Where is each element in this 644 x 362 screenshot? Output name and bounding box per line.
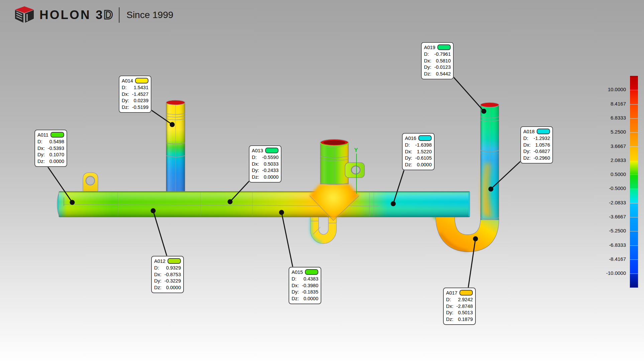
annotation-A012[interactable]: A012D:0.9329Dx:-0.8753Dy:-0.3229Dz:0.000… — [151, 256, 184, 293]
metric-value: -1.6398 — [415, 142, 432, 149]
annotation-metric-row: Dz:-0.5199 — [122, 104, 148, 111]
metric-value: 0.9329 — [166, 265, 181, 272]
metric-label: Dz: — [446, 316, 453, 323]
metric-value: 0.0000 — [166, 285, 181, 291]
metric-label: Dy: — [122, 98, 129, 104]
annotation-id: A014 — [122, 78, 133, 83]
logo-divider — [119, 7, 120, 23]
annotation-id: A012 — [154, 258, 166, 264]
annotation-A014[interactable]: A014D:1.5431Dx:-1.4527Dy:0.0239Dz:-0.519… — [119, 75, 151, 113]
brand-name-outlined: D — [104, 8, 114, 22]
measurement-point-dot[interactable] — [481, 109, 487, 114]
metric-value: 1.0576 — [535, 142, 550, 149]
metric-value: -0.2433 — [262, 167, 279, 174]
metric-value: 0.5498 — [49, 139, 64, 145]
brand-tagline: Since 1999 — [126, 10, 173, 20]
annotation-metric-row: D:-0.7961 — [424, 51, 451, 58]
annotation-metric-row: Dy:-0.6827 — [523, 148, 550, 155]
metric-label: Dy: — [405, 155, 412, 162]
metric-value: 0.5033 — [264, 161, 279, 168]
metric-label: Dx: — [446, 303, 453, 310]
annotation-metric-row: Dy:-0.3229 — [154, 278, 181, 285]
annotation-metric-row: Dy:-0.2433 — [252, 167, 279, 174]
annotation-metric-row: D:0.4383 — [292, 276, 318, 283]
annotation-A016[interactable]: A016D:-1.6398Dx:1.5220Dy:-0.6105Dz:0.000… — [402, 133, 435, 170]
annotation-metric-row: Dz:0.1879 — [446, 316, 473, 323]
metric-label: Dz: — [405, 162, 412, 168]
annotation-color-swatch — [135, 78, 148, 83]
brand-wordmark: HOLON 3D — [39, 8, 114, 22]
metric-label: Dz: — [122, 104, 129, 111]
measurement-point-dot[interactable] — [151, 208, 156, 213]
metric-value: -0.2960 — [534, 155, 550, 162]
metric-label: Dz: — [292, 296, 299, 302]
metric-label: D: — [424, 51, 429, 58]
metric-label: Dx: — [405, 149, 412, 155]
annotation-color-swatch — [50, 132, 64, 138]
measurement-point-dot[interactable] — [279, 210, 284, 215]
annotation-metric-row: Dz:0.0000 — [37, 158, 64, 165]
annotation-color-swatch — [459, 290, 473, 296]
metric-label: Dx: — [424, 58, 431, 64]
metric-label: D: — [292, 276, 297, 283]
metric-label: D: — [446, 297, 451, 303]
annotation-metric-row: Dx:1.5220 — [405, 149, 432, 155]
metric-value: -0.3980 — [302, 283, 318, 289]
metric-value: -0.6827 — [534, 148, 550, 155]
annotation-A017[interactable]: A017D:2.9242Dx:-2.8748Dy:0.5013Dz:0.1879 — [443, 288, 476, 325]
annotation-metric-row: Dx:0.5033 — [252, 161, 279, 168]
annotation-id: A018 — [523, 129, 535, 134]
metric-value: 0.5013 — [458, 310, 473, 316]
leader-line — [468, 239, 475, 289]
measurement-point-dot[interactable] — [228, 199, 233, 204]
annotation-A013[interactable]: A013D:-0.5590Dx:0.5033Dy:-0.2433Dz:0.000… — [249, 145, 282, 183]
metric-label: Dx: — [37, 145, 45, 152]
annotation-A019[interactable]: A019D:-0.7961Dx:0.5810Dy:-0.0123Dz:0.544… — [421, 42, 454, 79]
annotation-metric-row: Dx:-0.3980 — [292, 283, 318, 289]
metric-label: Dy: — [292, 289, 299, 296]
measurement-point-dot[interactable] — [170, 122, 175, 127]
metric-label: Dz: — [523, 155, 531, 162]
annotation-A011[interactable]: A011D:0.5498Dx:-0.5393Dy:0.1070Dz:0.0000 — [34, 130, 67, 167]
leader-line — [153, 211, 167, 257]
annotation-metric-row: Dy:0.1070 — [37, 152, 64, 158]
annotation-metric-row: D:1.5431 — [122, 84, 148, 91]
metric-label: Dy: — [154, 278, 162, 285]
metric-label: Dy: — [523, 148, 531, 155]
metric-value: 0.5442 — [436, 71, 451, 77]
metric-value: -0.5393 — [48, 145, 64, 152]
annotation-metric-row: Dz:0.0000 — [405, 162, 432, 168]
annotation-metric-row: Dy:-0.6105 — [405, 155, 432, 162]
measurement-point-dot[interactable] — [70, 200, 75, 205]
measurement-point-dot[interactable] — [391, 201, 396, 206]
annotation-A015[interactable]: A015D:0.4383Dx:-0.3980Dy:-0.1835Dz:0.000… — [289, 267, 321, 304]
annotation-metric-row: D:-0.5590 — [252, 154, 279, 161]
metric-value: 1.5431 — [134, 84, 148, 91]
metric-value: 0.1879 — [458, 316, 473, 323]
metric-value: -2.8748 — [456, 303, 473, 310]
annotation-metric-row: Dz:0.5442 — [424, 71, 451, 77]
metric-label: D: — [523, 135, 528, 142]
metric-label: Dz: — [37, 158, 45, 165]
annotation-color-swatch — [168, 258, 181, 264]
annotation-metric-row: Dx:-0.8753 — [154, 272, 181, 278]
metric-label: D: — [122, 84, 127, 91]
metric-value: 0.0239 — [134, 98, 148, 104]
annotation-metric-row: Dy:0.5013 — [446, 310, 473, 316]
annotation-id: A019 — [424, 45, 435, 50]
metric-label: D: — [37, 139, 42, 145]
annotation-color-swatch — [418, 135, 432, 141]
measurement-point-dot[interactable] — [489, 187, 494, 192]
annotation-id: A016 — [405, 136, 416, 141]
annotation-id: A013 — [252, 148, 263, 153]
annotation-metric-row: Dx:1.0576 — [523, 142, 550, 149]
metric-value: -0.7961 — [434, 51, 451, 58]
viewport-3d-inspection[interactable]: Y HOLON 3D Since 1999 10.00008.41676.833… — [0, 0, 644, 362]
metric-value: 2.9242 — [458, 297, 473, 303]
annotation-A018[interactable]: A018D:-1.2932Dx:1.0576Dy:-0.6827Dz:-0.29… — [520, 126, 553, 164]
brand-logo: HOLON 3D Since 1999 — [14, 5, 173, 25]
measurement-point-dot[interactable] — [473, 236, 478, 241]
metric-value: 0.0000 — [304, 296, 318, 302]
annotation-metric-row: D:2.9242 — [446, 297, 473, 303]
leader-line — [45, 163, 72, 202]
